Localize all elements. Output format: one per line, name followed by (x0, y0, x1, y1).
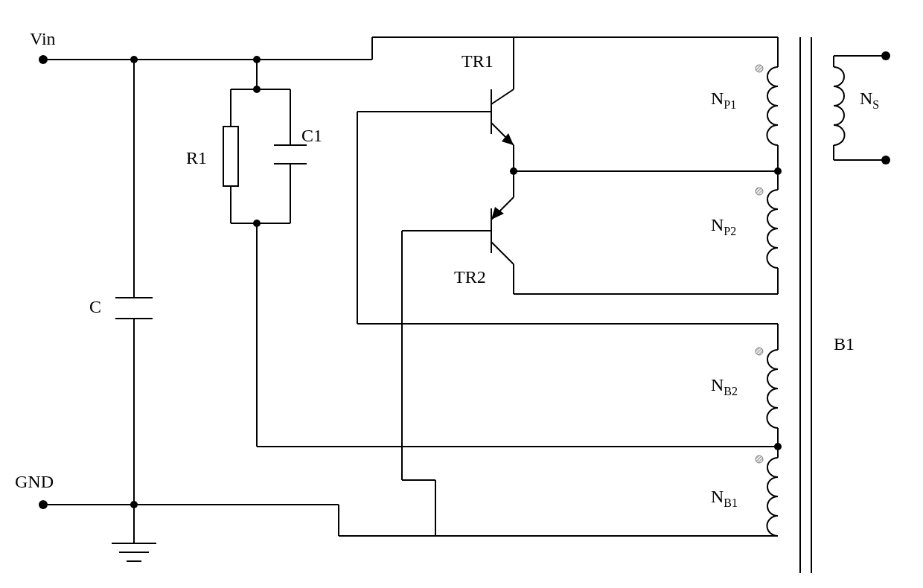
capacitor-c (115, 298, 153, 319)
svg-point-16 (130, 56, 138, 63)
royer-schematic: Vin GND C R1 C1 (15, 15, 908, 588)
svg-line-56 (491, 242, 514, 264)
svg-line-36 (491, 89, 514, 104)
ns-label: NS (860, 89, 879, 111)
winding-nb2 (767, 350, 778, 428)
c1-label: C1 (301, 126, 322, 145)
np2-polarity-dot (756, 188, 763, 195)
gnd-label: GND (15, 472, 54, 491)
ns-terminal-top (881, 51, 890, 60)
nb1-polarity-dot (756, 456, 763, 463)
capacitor-c1 (274, 145, 307, 164)
nb2-polarity-dot (756, 348, 763, 355)
winding-np1 (767, 67, 778, 145)
ground-symbol (112, 543, 156, 561)
np1-polarity-dot (756, 65, 763, 72)
nb2-label: NB2 (711, 375, 738, 397)
tr1-label: TR1 (462, 51, 494, 71)
nb1-label: NB1 (711, 487, 738, 509)
tr2-label: TR2 (454, 267, 486, 287)
vin-label: Vin (30, 29, 56, 48)
c-label: C (89, 297, 101, 316)
r1-label: R1 (186, 148, 207, 167)
svg-point-46 (774, 167, 782, 175)
winding-nb1 (767, 458, 778, 536)
resistor-r1 (223, 127, 238, 186)
np1-label: NP1 (711, 89, 736, 111)
ns-terminal-bot (881, 156, 890, 164)
winding-np2 (767, 190, 778, 268)
b1-label: B1 (834, 334, 855, 354)
np2-label: NP2 (711, 215, 736, 237)
winding-ns (834, 67, 845, 145)
svg-point-29 (253, 86, 261, 93)
